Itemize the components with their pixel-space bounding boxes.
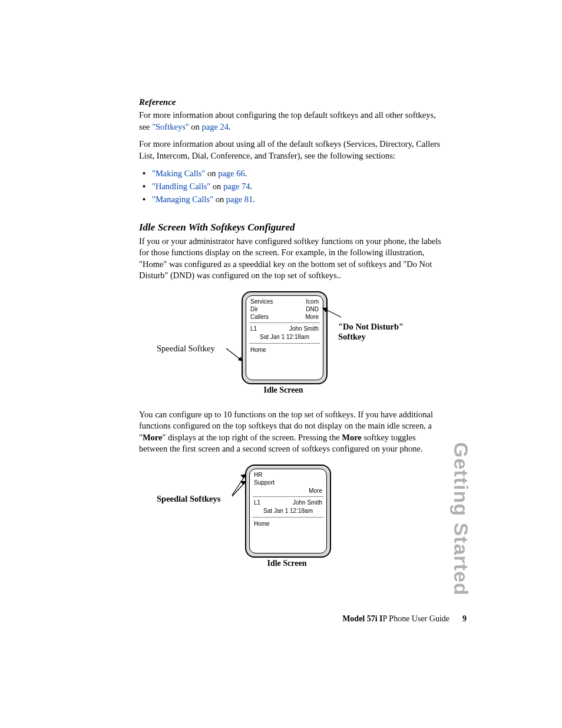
text: .: [245, 169, 247, 178]
date-time: Sat Jan 1 12:18am: [246, 332, 323, 341]
callout-speedial-softkey: Speedial Softkey: [157, 344, 215, 354]
user-name: John Smith: [289, 325, 319, 332]
softkey-label: Icom: [305, 298, 319, 305]
softkey-home: Home: [250, 519, 326, 527]
section-para: If you or your administrator have config…: [139, 236, 444, 282]
text: .: [253, 195, 255, 204]
reference-para-2: For more information about using all of …: [139, 139, 444, 162]
section-heading-idle: Idle Screen With Softkeys Configured: [139, 222, 444, 233]
link-page-74[interactable]: page 74: [223, 182, 250, 191]
callout-dnd-softkey: "Do Not Disturb" Softkey: [338, 322, 404, 342]
link-softkeys[interactable]: "Softkeys": [152, 122, 189, 131]
bold-more: More: [143, 433, 163, 442]
phone-screen: HR Support More L1 John Smith Sat Jan 1 …: [245, 465, 331, 558]
softkey-label: Support: [254, 479, 275, 486]
reference-link-list: "Making Calls" on page 66. "Handling Cal…: [139, 167, 444, 206]
list-item: "Making Calls" on page 66.: [139, 167, 444, 180]
text: "Do Not Disturb": [338, 322, 404, 332]
softkey-label: HR: [254, 471, 275, 479]
para-more-softkeys: You can configure up to 10 functions on …: [139, 409, 444, 455]
figure-caption: Idle Screen: [242, 386, 325, 395]
phone-screen: Services Dir Callers Icom DND More L1 Jo…: [242, 291, 328, 384]
link-page-24[interactable]: page 24: [201, 122, 229, 131]
text: on: [213, 195, 226, 204]
link-handling-calls[interactable]: "Handling Calls": [152, 182, 210, 191]
reference-para-1: For more information about configuring t…: [139, 110, 444, 133]
arrow-icon: [319, 307, 342, 318]
softkey-label: DND: [305, 305, 319, 313]
softkey-label: More: [309, 487, 322, 495]
figure-idle-screen-2: Speedial Softkeys HR Support More: [146, 465, 452, 582]
side-chapter-title: Getting Started: [449, 442, 472, 596]
footer-guide: P Phone User Guide: [383, 614, 449, 623]
text: on: [205, 169, 218, 178]
line-label: L1: [250, 325, 257, 332]
text: Softkey: [338, 332, 404, 342]
softkey-label: Callers: [250, 313, 273, 321]
callout-speedial-softkeys: Speedial Softkeys: [157, 494, 220, 504]
text: " displays at the top right of the scree…: [162, 433, 342, 442]
text: .: [229, 122, 231, 131]
line-label: L1: [254, 499, 260, 506]
figure-caption: Idle Screen: [245, 559, 329, 568]
figure-idle-screen-1: Speedial Softkey Services Dir Callers Ic…: [146, 291, 452, 403]
bold-more: More: [342, 433, 362, 442]
softkey-label: Dir: [250, 305, 273, 313]
text: .: [250, 182, 252, 191]
softkey-label: More: [305, 313, 319, 321]
page-number: 9: [462, 614, 467, 623]
text: on: [189, 122, 202, 131]
list-item: "Managing Calls" on page 81.: [139, 193, 444, 206]
list-item: "Handling Calls" on page 74.: [139, 180, 444, 193]
user-name: John Smith: [293, 499, 322, 506]
footer-model: Model 57i I: [342, 614, 382, 623]
reference-heading: Reference: [139, 97, 444, 107]
date-time: Sat Jan 1 12:18am: [250, 506, 326, 515]
link-managing-calls[interactable]: "Managing Calls": [152, 195, 213, 204]
softkey-home: Home: [246, 345, 323, 353]
link-making-calls[interactable]: "Making Calls": [152, 169, 205, 178]
page-footer: Model 57i IP Phone User Guide9: [342, 614, 467, 624]
link-page-66[interactable]: page 66: [218, 169, 245, 178]
text: on: [210, 182, 223, 191]
link-page-81[interactable]: page 81: [226, 195, 253, 204]
softkey-label: Services: [250, 298, 273, 305]
